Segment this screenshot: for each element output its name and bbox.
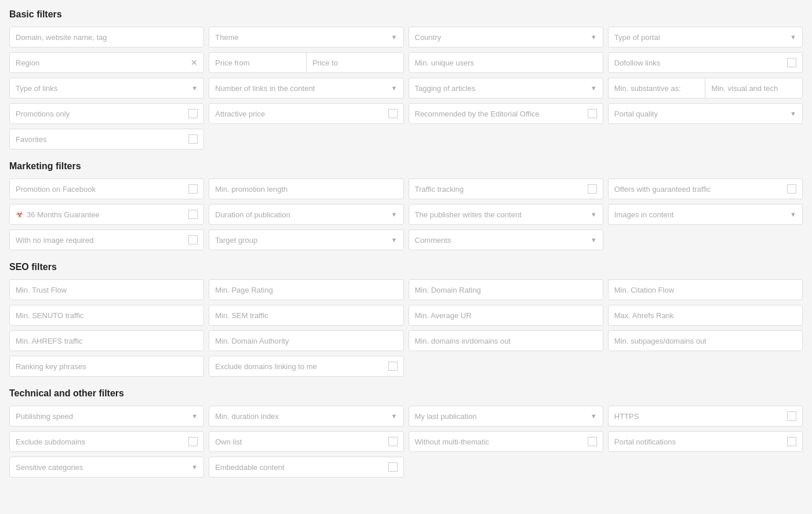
checkbox-input[interactable]	[188, 134, 198, 144]
checkbox-input[interactable]	[188, 184, 198, 194]
checkbox-input[interactable]	[188, 437, 198, 446]
filter-checkbox[interactable]: Dofollow links	[608, 52, 803, 73]
min-visual-tech[interactable]: Min. visual and tech	[705, 78, 803, 99]
checkbox-input[interactable]	[588, 184, 597, 194]
chevron-down-icon: ▼	[591, 85, 597, 92]
filter-text[interactable]: Min. domains in/domains out	[409, 330, 603, 351]
filter-dropdown[interactable]: Min. duration index ▼	[209, 406, 403, 426]
checkbox-input[interactable]	[787, 58, 796, 67]
filter-dropdown[interactable]: Theme ▼	[209, 27, 403, 48]
filter-dropdown[interactable]: Duration of publication ▼	[209, 204, 403, 225]
filter-text[interactable]: Min. Domain Authority	[209, 330, 403, 351]
filter-text[interactable]: Ranking key phrases	[9, 356, 204, 377]
chevron-down-icon: ▼	[191, 464, 198, 471]
close-icon[interactable]: ✕	[191, 58, 198, 67]
price-pair: Price from Price to	[209, 52, 403, 73]
filter-text[interactable]: Min. AHREFS traffic	[9, 330, 204, 351]
filter-text[interactable]: Min. subpages/domains out	[608, 330, 803, 351]
chevron-down-icon: ▼	[790, 110, 796, 117]
checkbox-input[interactable]	[787, 437, 796, 446]
filter-dropdown[interactable]: Type of portal ▼	[608, 27, 803, 48]
filter-guarantee[interactable]: ☣ 36 Months Guarantee	[9, 204, 204, 225]
filter-checkbox[interactable]: HTTPS	[608, 406, 803, 426]
filter-checkbox[interactable]: Exclude domains linking to me	[209, 356, 403, 377]
filter-dropdown[interactable]: Country ▼	[409, 27, 603, 48]
filter-dropdown[interactable]: Comments ▼	[409, 229, 603, 250]
chevron-down-icon: ▼	[591, 413, 597, 420]
filter-row: With no image required Target group ▼ Co…	[9, 229, 803, 250]
filter-checkbox[interactable]: Promotions only	[9, 103, 204, 124]
filter-text[interactable]: Min. Average UR	[409, 305, 603, 326]
filter-dropdown[interactable]: Type of links ▼	[9, 78, 204, 99]
filter-row: Favorites	[9, 129, 803, 150]
filter-text[interactable]: Min. Citation Flow	[608, 279, 803, 300]
filter-row: Promotion on Facebook Min. promotion len…	[9, 178, 803, 199]
filter-dropdown[interactable]: Number of links in the content ▼	[209, 78, 403, 99]
two-col-pair: Min. substantive as: Min. visual and tec…	[608, 78, 803, 99]
filter-text[interactable]: Min. SEM traffic	[209, 305, 403, 326]
filter-dropdown[interactable]: Sensitive categories ▼	[9, 457, 204, 477]
filter-checkbox[interactable]: With no image required	[9, 229, 204, 250]
filter-text-close[interactable]: Region ✕	[9, 52, 204, 73]
filter-row: Exclude subdomains Own list Without mult…	[9, 431, 803, 452]
filter-row: Min. SENUTO traffic Min. SEM traffic Min…	[9, 305, 803, 326]
chevron-down-icon: ▼	[191, 85, 198, 92]
filter-dropdown[interactable]: Publishing speed ▼	[9, 406, 204, 426]
filter-text[interactable]: Min. unique users	[409, 52, 603, 73]
filter-checkbox[interactable]: Embeddable content	[209, 457, 403, 477]
filter-checkbox[interactable]: Exclude subdomains	[9, 431, 204, 452]
filter-dropdown[interactable]: Images in content ▼	[608, 204, 803, 225]
filter-checkbox[interactable]: Traffic tracking	[409, 178, 603, 199]
chevron-down-icon: ▼	[391, 34, 398, 41]
filter-checkbox[interactable]: Favorites	[9, 129, 204, 150]
filter-checkbox[interactable]: Portal notifications	[608, 431, 803, 452]
section-title: SEO filters	[9, 262, 803, 272]
checkbox-input[interactable]	[188, 210, 198, 219]
chevron-down-icon: ▼	[191, 413, 198, 420]
filter-text[interactable]: Min. Trust Flow	[9, 279, 204, 300]
filter-row: Ranking key phrases Exclude domains link…	[9, 356, 803, 377]
chevron-down-icon: ▼	[790, 34, 796, 41]
price-from[interactable]: Price from	[209, 52, 306, 73]
checkbox-input[interactable]	[588, 109, 597, 118]
chevron-down-icon: ▼	[391, 413, 398, 420]
filter-dropdown[interactable]: My last publication ▼	[409, 406, 603, 426]
filter-row: Publishing speed ▼ Min. duration index ▼…	[9, 406, 803, 426]
filter-text[interactable]: Min. Domain Rating	[409, 279, 603, 300]
chevron-down-icon: ▼	[790, 211, 796, 218]
checkbox-input[interactable]	[388, 462, 398, 472]
guarantee-icon: ☣	[16, 209, 23, 220]
filter-dropdown[interactable]: Portal quality ▼	[608, 103, 803, 124]
filter-row: Sensitive categories ▼ Embeddable conten…	[9, 457, 803, 477]
filter-checkbox[interactable]: Attractive price	[209, 103, 403, 124]
checkbox-input[interactable]	[588, 437, 597, 446]
chevron-down-icon: ▼	[391, 211, 398, 218]
filter-dropdown[interactable]: The publisher writes the content ▼	[409, 204, 603, 225]
price-to[interactable]: Price to	[306, 52, 404, 73]
filter-text[interactable]: Min. Page Rating	[209, 279, 403, 300]
filter-dropdown[interactable]: Target group ▼	[209, 229, 403, 250]
section-title: Marketing filters	[9, 161, 803, 172]
filter-row: ☣ 36 Months Guarantee Duration of public…	[9, 204, 803, 225]
min-substantive[interactable]: Min. substantive as:	[608, 78, 705, 99]
filter-checkbox[interactable]: Without multi-thematic	[409, 431, 603, 452]
filter-text[interactable]: Min. SENUTO traffic	[9, 305, 204, 326]
checkbox-input[interactable]	[188, 109, 198, 118]
filter-checkbox[interactable]: Offers with guaranteed traffic	[608, 178, 803, 199]
checkbox-input[interactable]	[787, 411, 796, 421]
filter-text[interactable]: Min. promotion length	[209, 178, 403, 199]
checkbox-input[interactable]	[388, 362, 398, 371]
filter-row: Min. AHREFS traffic Min. Domain Authorit…	[9, 330, 803, 351]
chevron-down-icon: ▼	[591, 211, 597, 218]
checkbox-input[interactable]	[388, 437, 398, 446]
checkbox-input[interactable]	[188, 235, 198, 245]
chevron-down-icon: ▼	[591, 34, 597, 41]
filter-checkbox[interactable]: Own list	[209, 431, 403, 452]
filter-checkbox[interactable]: Promotion on Facebook	[9, 178, 204, 199]
filter-text[interactable]: Domain, website name, tag	[9, 27, 204, 48]
filter-text[interactable]: Max. Ahrefs Rank	[608, 305, 803, 326]
filter-dropdown[interactable]: Tagging of articles ▼	[409, 78, 603, 99]
checkbox-input[interactable]	[787, 184, 796, 194]
filter-checkbox[interactable]: Recommended by the Editorial Office	[409, 103, 603, 124]
checkbox-input[interactable]	[388, 109, 398, 118]
